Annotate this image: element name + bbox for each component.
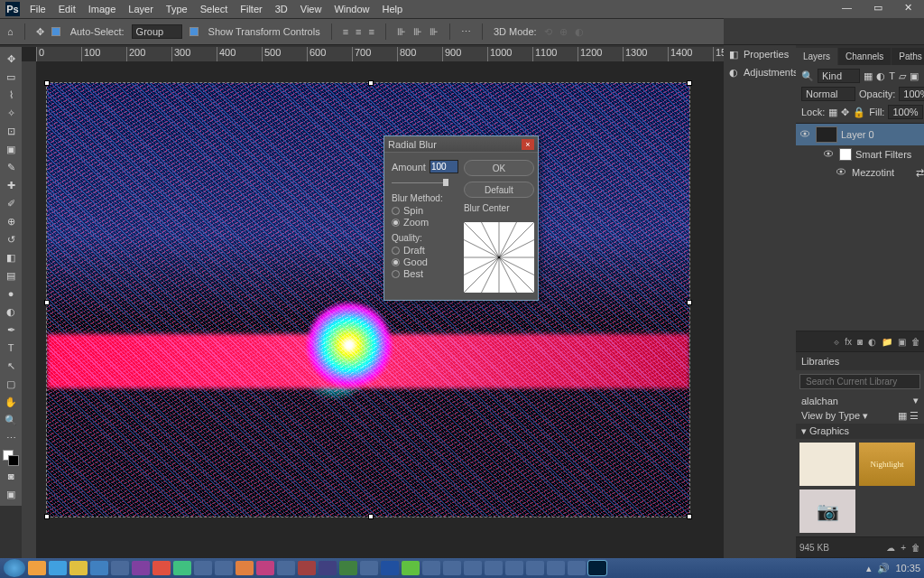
- hand-tool[interactable]: ✋: [3, 394, 19, 410]
- list-view-icon[interactable]: ☰: [910, 410, 919, 421]
- distribute-icon[interactable]: ⊪: [413, 26, 422, 38]
- trash-icon[interactable]: 🗑: [911, 337, 920, 347]
- tab-channels[interactable]: Channels: [838, 48, 891, 65]
- filter-smart-icon[interactable]: ▣: [910, 70, 919, 82]
- menu-filter[interactable]: Filter: [234, 4, 268, 14]
- good-radio[interactable]: [392, 258, 400, 266]
- align-icon[interactable]: ≡: [356, 26, 361, 37]
- stamp-tool[interactable]: ⊕: [3, 213, 19, 229]
- dialog-close-icon[interactable]: ×: [522, 139, 534, 150]
- dolly-icon[interactable]: ◐: [575, 26, 584, 38]
- cloud-icon[interactable]: ☁: [886, 543, 895, 553]
- orbit-icon[interactable]: ⟲: [544, 26, 552, 38]
- gradient-tool[interactable]: ▤: [3, 267, 19, 284]
- tab-libraries[interactable]: Libraries: [801, 356, 839, 367]
- screenmode-icon[interactable]: ▣: [3, 486, 19, 502]
- menu-file[interactable]: File: [23, 4, 52, 14]
- taskbar-app[interactable]: [90, 561, 108, 575]
- move-tool[interactable]: ✥: [3, 51, 19, 67]
- filter-pixel-icon[interactable]: ▦: [864, 70, 873, 82]
- taskbar-app[interactable]: [360, 561, 378, 575]
- history-brush-tool[interactable]: ↺: [3, 231, 19, 247]
- zoom-tool[interactable]: 🔍: [3, 412, 19, 428]
- more-icon[interactable]: ⋯: [461, 26, 471, 38]
- taskbar-app[interactable]: [69, 561, 88, 575]
- smart-filters-row[interactable]: Smart Filters: [796, 145, 924, 163]
- tray-icon[interactable]: ▴: [866, 563, 872, 574]
- quickmask-icon[interactable]: ◙: [3, 468, 19, 484]
- blur-tool[interactable]: ●: [3, 285, 19, 302]
- taskbar-app[interactable]: [111, 561, 129, 575]
- blur-center-widget[interactable]: [464, 222, 534, 293]
- autoselect-dropdown[interactable]: Group: [132, 24, 182, 39]
- library-search-input[interactable]: [799, 374, 920, 389]
- align-icon[interactable]: ≡: [369, 26, 374, 37]
- wand-tool[interactable]: ✧: [3, 105, 19, 121]
- eyedropper-tool[interactable]: ✎: [3, 159, 19, 175]
- kind-dropdown[interactable]: Kind: [818, 69, 860, 83]
- fx-icon[interactable]: fx: [845, 337, 852, 347]
- taskbar-app[interactable]: [381, 561, 399, 575]
- path-tool[interactable]: ↖: [3, 358, 19, 374]
- taskbar-app[interactable]: [547, 561, 565, 575]
- default-button[interactable]: Default: [464, 182, 534, 198]
- visibility-icon[interactable]: [823, 148, 836, 161]
- filter-item[interactable]: Mezzotint ⇄: [796, 163, 924, 182]
- taskbar-app[interactable]: [485, 561, 503, 575]
- taskbar-app[interactable]: [236, 561, 254, 575]
- view-type-dropdown[interactable]: View by Type ▾: [801, 410, 868, 422]
- taskbar-app[interactable]: [339, 561, 357, 575]
- align-icon[interactable]: ≡: [343, 26, 348, 37]
- taskbar-app[interactable]: [298, 561, 316, 575]
- tab-paths[interactable]: Paths: [892, 48, 924, 65]
- filter-kind-icon[interactable]: 🔍: [801, 70, 814, 82]
- start-button[interactable]: [4, 559, 25, 577]
- taskbar-app[interactable]: [152, 561, 171, 575]
- color-swatches[interactable]: [3, 450, 19, 466]
- eraser-tool[interactable]: ◧: [3, 249, 19, 266]
- close-icon[interactable]: ✕: [898, 2, 919, 14]
- heal-tool[interactable]: ✚: [3, 177, 19, 193]
- amount-slider[interactable]: [392, 179, 446, 188]
- adjustment-icon[interactable]: ◐: [868, 337, 876, 347]
- lock-pixels-icon[interactable]: ▦: [828, 107, 837, 118]
- draft-radio[interactable]: [392, 247, 400, 255]
- taskbar-app[interactable]: [194, 561, 212, 575]
- crop-tool[interactable]: ⊡: [3, 123, 19, 139]
- spin-radio[interactable]: [392, 207, 400, 215]
- library-item[interactable]: 📷: [799, 489, 855, 533]
- filter-shape-icon[interactable]: ▱: [899, 70, 906, 82]
- clock[interactable]: 10:35: [895, 563, 920, 573]
- taskbar-app[interactable]: [256, 561, 274, 575]
- filter-options-icon[interactable]: ⇄: [916, 167, 924, 179]
- edit-toolbar[interactable]: ⋯: [3, 430, 19, 446]
- visibility-icon[interactable]: [799, 128, 812, 141]
- menu-type[interactable]: Type: [160, 4, 194, 14]
- new-layer-icon[interactable]: ▣: [898, 337, 906, 347]
- blend-mode-dropdown[interactable]: Normal: [801, 87, 855, 101]
- taskbar-app[interactable]: [443, 561, 461, 575]
- layer-item[interactable]: Layer 0: [796, 124, 924, 145]
- taskbar-app[interactable]: [568, 561, 586, 575]
- brush-tool[interactable]: ✐: [3, 195, 19, 211]
- type-tool[interactable]: T: [3, 340, 19, 356]
- dodge-tool[interactable]: ◐: [3, 303, 19, 320]
- pan-icon[interactable]: ⊕: [559, 26, 568, 38]
- taskbar-app[interactable]: [526, 561, 544, 575]
- menu-image[interactable]: Image: [82, 4, 123, 14]
- autoselect-checkbox[interactable]: [51, 27, 60, 36]
- taskbar-app[interactable]: [215, 561, 233, 575]
- home-icon[interactable]: ⌂: [7, 26, 14, 37]
- link-icon[interactable]: ⟐: [834, 337, 839, 347]
- library-item[interactable]: [799, 443, 855, 486]
- filter-type-icon[interactable]: T: [889, 70, 895, 81]
- tab-layers[interactable]: Layers: [796, 48, 837, 65]
- grid-view-icon[interactable]: ▦: [898, 410, 907, 421]
- taskbar-app[interactable]: [28, 561, 46, 575]
- taskbar-app[interactable]: [505, 561, 523, 575]
- fill-value[interactable]: 100%: [888, 105, 922, 119]
- lock-position-icon[interactable]: ✥: [841, 107, 849, 118]
- lock-all-icon[interactable]: 🔒: [853, 107, 865, 118]
- menu-view[interactable]: View: [294, 4, 328, 14]
- transform-checkbox[interactable]: [189, 27, 199, 36]
